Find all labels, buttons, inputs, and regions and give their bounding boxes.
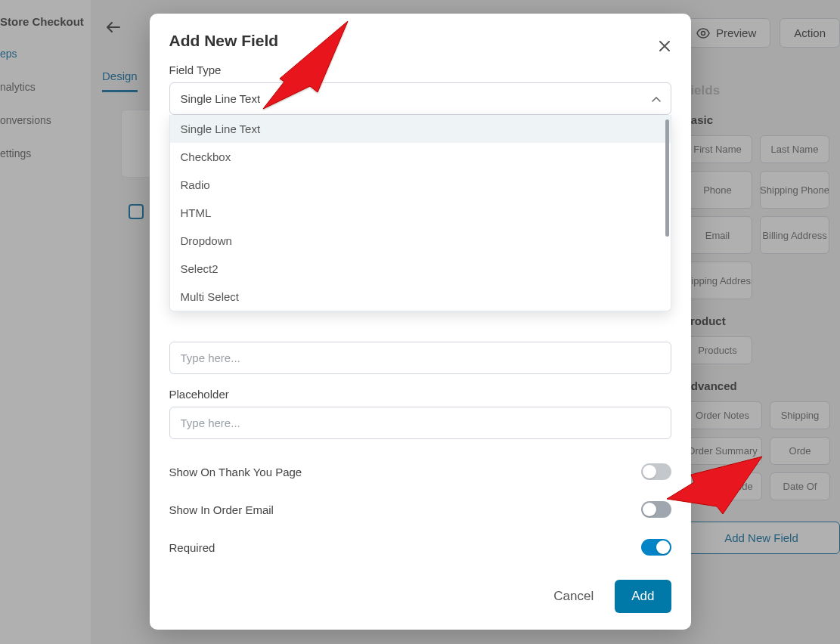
option-html[interactable]: HTML xyxy=(170,199,671,227)
modal-title: Add New Field xyxy=(169,32,671,50)
toggle-row-thank-you: Show On Thank You Page xyxy=(169,453,671,491)
field-type-dropdown: Single Line Text Checkbox Radio HTML Dro… xyxy=(169,115,671,311)
field-type-group: Field Type Single Line Text Single Line … xyxy=(169,63,671,115)
modal-overlay: Add New Field Field Type Single Line Tex… xyxy=(0,0,840,644)
add-button[interactable]: Add xyxy=(615,580,671,613)
placeholder-group: Placeholder xyxy=(169,388,671,439)
add-field-modal: Add New Field Field Type Single Line Tex… xyxy=(150,14,691,630)
select-trigger[interactable]: Single Line Text xyxy=(169,82,671,115)
option-checkbox[interactable]: Checkbox xyxy=(170,143,671,171)
placeholder-input[interactable] xyxy=(169,407,671,439)
close-icon[interactable] xyxy=(658,39,673,54)
chevron-up-icon xyxy=(652,96,661,102)
thank-you-toggle[interactable] xyxy=(641,463,671,480)
option-radio[interactable]: Radio xyxy=(170,171,671,199)
cancel-button[interactable]: Cancel xyxy=(553,589,594,604)
required-toggle[interactable] xyxy=(641,539,671,556)
placeholder-label: Placeholder xyxy=(169,388,671,401)
field-type-select[interactable]: Single Line Text Single Line Text Checkb… xyxy=(169,82,671,115)
order-email-label: Show In Order Email xyxy=(169,503,274,516)
option-select2[interactable]: Select2 xyxy=(170,255,671,283)
field-type-label: Field Type xyxy=(169,63,671,76)
thank-you-label: Show On Thank You Page xyxy=(169,466,302,478)
toggle-row-required: Required xyxy=(169,528,671,566)
dropdown-scrollbar[interactable] xyxy=(665,119,669,237)
option-single-line-text[interactable]: Single Line Text xyxy=(170,115,671,143)
option-dropdown[interactable]: Dropdown xyxy=(170,227,671,255)
modal-footer: Cancel Add xyxy=(169,566,671,613)
text-input-group xyxy=(169,342,671,374)
option-multi-select[interactable]: Multi Select xyxy=(170,283,671,311)
generic-text-input[interactable] xyxy=(169,342,671,374)
toggle-row-order-email: Show In Order Email xyxy=(169,491,671,528)
order-email-toggle[interactable] xyxy=(641,501,671,518)
required-label: Required xyxy=(169,541,215,554)
select-value: Single Line Text xyxy=(181,92,261,105)
